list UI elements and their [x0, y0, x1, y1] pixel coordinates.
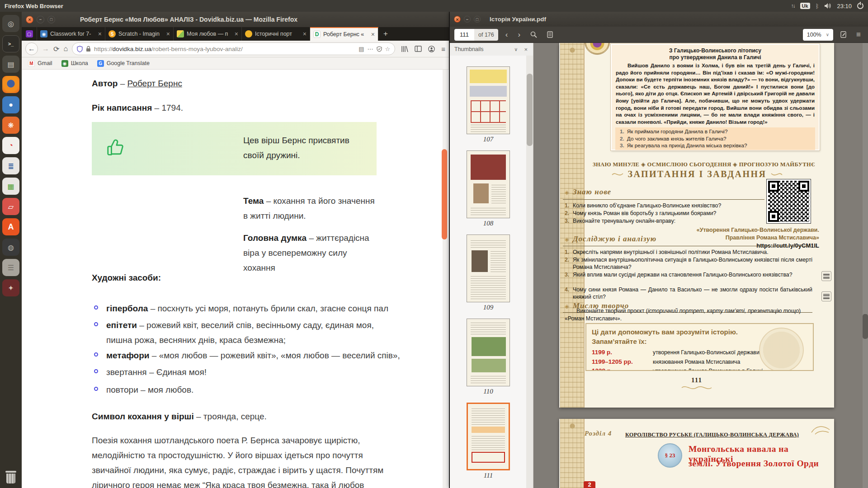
margin-note-icon[interactable] [821, 291, 831, 301]
dock-icon-terminal[interactable]: >_ [2, 35, 19, 52]
power-menu-icon[interactable] [857, 3, 863, 9]
thumbnails-scrollbar-thumb[interactable] [527, 74, 533, 146]
forward-button[interactable]: → [42, 45, 49, 53]
source-question: 3.Як реагувала на прихід Данила міська в… [620, 142, 812, 150]
chapter-title: КОРОЛІВСТВО РУСЬКЕ (ГАЛИЦЬКО-ВОЛИНСЬКА Д… [625, 432, 824, 438]
firefox-titlebar[interactable]: × − □ Роберт Бернс «Моя Любов» АНАЛІЗ - … [22, 12, 449, 27]
dock-icon-impress[interactable]: ▱ [2, 198, 19, 215]
window-maximize-button[interactable]: □ [474, 16, 481, 23]
thumbnail-page-110[interactable]: 110 [466, 319, 511, 395]
thumbnail-page-111-selected[interactable]: 111 [466, 403, 511, 479]
trash-icon[interactable] [5, 471, 16, 484]
author-link[interactable]: Роберт Бернс [127, 79, 182, 88]
theme-block: Тема – кохання та його значення в житті … [243, 193, 379, 223]
thumbnails-header: Thumbnails ∨ × [450, 43, 533, 56]
account-icon[interactable] [428, 46, 435, 52]
margin-note-icon[interactable] [821, 271, 831, 281]
dock-icon-archive[interactable]: ☰ [2, 259, 19, 276]
bluetooth-icon[interactable]: ᛒ [816, 3, 819, 9]
sidebar-toggle-icon[interactable] [415, 46, 422, 52]
dock-icon-camera[interactable]: ● [2, 96, 19, 113]
thumb-deco [472, 407, 505, 425]
next-page-button[interactable]: › [515, 30, 523, 39]
bookmark-star-icon[interactable]: ☆ [385, 46, 391, 52]
thumbnail-page-108[interactable]: 108 [466, 150, 511, 227]
bookmark-google-translate[interactable]: GGoogle Translate [97, 60, 150, 67]
know-section-heading: ◈Знаю нове [565, 188, 611, 197]
protections-icon[interactable] [377, 46, 382, 52]
pdf-menu-icon[interactable]: ≡ [854, 30, 863, 39]
tab-close-icon[interactable]: × [235, 30, 238, 38]
window-maximize-button[interactable]: □ [47, 16, 55, 23]
window-close-button[interactable]: × [26, 16, 33, 23]
dock-icon-media-player[interactable]: ◔ [2, 137, 19, 154]
bookmark-gmail[interactable]: MGmail [28, 60, 52, 67]
tab-close-icon[interactable]: × [303, 30, 307, 38]
side-pane-icon[interactable] [544, 31, 556, 38]
new-tab-button[interactable]: + [378, 27, 393, 41]
volume-icon[interactable] [824, 3, 831, 9]
tab-close-icon[interactable]: × [166, 30, 170, 38]
qr-code [767, 179, 811, 223]
annotate-icon[interactable] [838, 31, 849, 38]
dock-icon-files[interactable]: ▤ [2, 56, 19, 73]
pdf-titlebar[interactable]: × − □ Історія України.pdf [450, 12, 868, 27]
tab-moya-lyubov[interactable]: Моя любов — п × [174, 27, 242, 41]
list-item: епітети – рожевий квіт, веселий спів, ве… [106, 318, 396, 347]
url-bar[interactable]: https://dovidka.biz.ua/robert-berns-moya… [72, 42, 395, 55]
dock-icon-software-center[interactable]: A [2, 218, 19, 235]
keyboard-layout-indicator[interactable]: Uk [800, 3, 810, 9]
window-minimize-button[interactable]: − [464, 16, 471, 23]
thumbnails-scrollbar-track[interactable] [526, 56, 533, 488]
clock[interactable]: 23:10 [837, 3, 852, 9]
tab-classwork[interactable]: ◉ Classwork for 7- × [37, 27, 105, 41]
library-icon[interactable] [401, 46, 408, 52]
page-number-input[interactable] [454, 29, 474, 41]
pdf-scrollbar-track[interactable] [863, 43, 868, 488]
dock-icon-wine[interactable]: ✦ [2, 279, 19, 296]
previous-page-button[interactable]: ‹ [503, 30, 511, 39]
tracking-shield-icon[interactable] [77, 46, 83, 52]
active-app-title: Firefox Web Browser [5, 3, 63, 9]
thumbnail-page-109[interactable]: 109 [466, 235, 511, 311]
source-text: Вийшов Данило з воями із Холма, і був ві… [616, 62, 815, 126]
dates-box-title: Ці дати допоможуть вам зрозуміти історію… [592, 327, 807, 346]
source-question: 1.Як приймали городяни Данила в Галичі? [620, 128, 812, 136]
dock-icon-firefox[interactable] [2, 76, 19, 93]
thumbnail-image [467, 235, 510, 302]
window-close-button[interactable]: × [454, 16, 461, 23]
network-traffic-icon[interactable]: ↑↓ [791, 3, 795, 9]
tab-scratch[interactable]: S Scratch - Imagin × [105, 27, 174, 41]
page-actions-icon[interactable]: ⋯ [368, 46, 373, 52]
thumbnail-page-107[interactable]: 107 [466, 66, 511, 143]
tab-close-icon[interactable]: × [371, 31, 375, 38]
pdf-scrollbar-thumb[interactable] [863, 314, 868, 339]
bookmark-shkola[interactable]: ◉Школа [61, 60, 88, 67]
back-button[interactable]: ← [25, 42, 38, 55]
thumb-deco [471, 100, 506, 123]
home-button[interactable]: ⌂ [63, 45, 68, 53]
dock-icon-dash[interactable]: ◎ [2, 15, 19, 32]
dock-icon-writer[interactable]: ≣ [2, 157, 19, 174]
reader-mode-icon[interactable]: ▤ [359, 46, 364, 52]
tab-istorychni-portrety[interactable]: Історичні порт × [242, 27, 310, 41]
page-ornament-strip [560, 43, 585, 408]
tab-robert-berns-active[interactable]: D Роберт Бернс « × [310, 27, 378, 41]
menu-icon[interactable]: ≡ [441, 45, 445, 53]
close-pane-icon[interactable]: × [524, 46, 528, 53]
search-icon[interactable] [528, 31, 540, 38]
pane-selector-chevron-icon[interactable]: ∨ [514, 47, 518, 52]
page-scrollbar-thumb[interactable] [442, 149, 447, 239]
dock-icon-utility[interactable]: ◍ [2, 239, 19, 256]
pinned-tab[interactable]: ▢ [22, 27, 37, 41]
reload-button[interactable]: ⟳ [53, 45, 59, 53]
dock-icon-photos[interactable]: ❋ [2, 117, 19, 134]
page-scrollbar-track[interactable] [443, 70, 448, 488]
dates-box: Ці дати допоможуть вам зрозуміти історію… [585, 323, 814, 371]
zoom-dropdown[interactable]: 100%∨ [803, 29, 833, 41]
question-badge: 2 [584, 481, 595, 488]
dock-icon-calc[interactable]: ▦ [2, 178, 19, 195]
tab-close-icon[interactable]: × [98, 30, 102, 38]
window-minimize-button[interactable]: − [37, 16, 44, 23]
tab-strip: ▢ ◉ Classwork for 7- × S Scratch - Imagi… [22, 27, 449, 41]
